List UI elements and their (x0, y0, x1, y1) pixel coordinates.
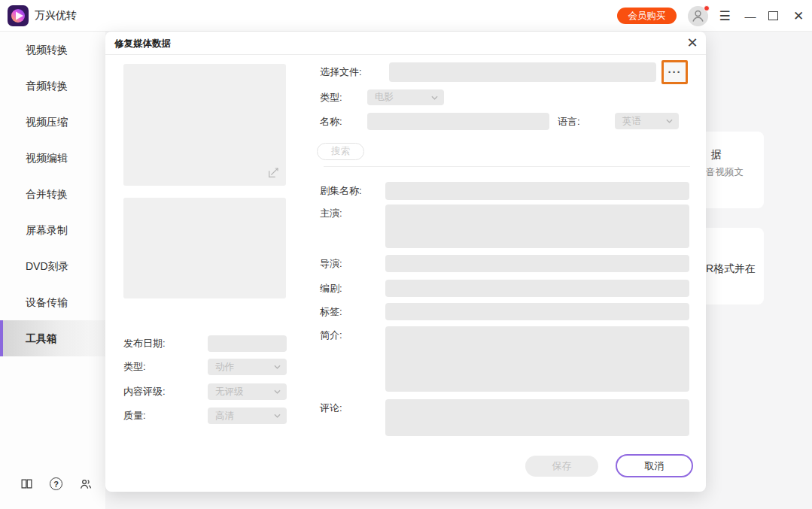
release-date-input[interactable] (208, 335, 287, 352)
media-type-select[interactable]: 电影 (367, 89, 444, 105)
language-select[interactable]: 英语 (615, 113, 679, 129)
hamburger-menu-icon[interactable]: ☰ (715, 0, 734, 32)
dialog-title: 修复媒体数据 (114, 38, 171, 50)
sidebar-item-audio-convert[interactable]: 音频转换 (0, 68, 105, 104)
episode-name-label: 剧集名称: (320, 182, 362, 200)
content-rating-select[interactable]: 无评级 (208, 383, 287, 400)
divider (324, 166, 690, 167)
writer-input[interactable] (385, 280, 689, 297)
starring-label: 主演: (320, 205, 342, 223)
save-button[interactable]: 保存 (525, 456, 598, 477)
genre-select-value: 动作 (215, 361, 234, 374)
card-desc-fragment: 音视频文 (706, 166, 744, 179)
membership-purchase-button[interactable]: 会员购买 (617, 8, 677, 24)
cancel-button[interactable]: 取消 (616, 454, 693, 477)
poster-placeholder[interactable] (123, 64, 286, 186)
comments-textarea[interactable] (385, 399, 689, 436)
name-label: 名称: (320, 113, 342, 130)
tags-label: 标签: (320, 303, 342, 320)
content-rating-select-value: 无评级 (215, 386, 244, 398)
quality-select[interactable]: 高清 (208, 408, 287, 424)
backdrop-placeholder[interactable] (123, 198, 286, 298)
sidebar-item-video-convert[interactable]: 视频转换 (0, 32, 105, 68)
divider (105, 54, 706, 55)
book-icon[interactable] (20, 477, 35, 492)
chevron-down-icon (666, 119, 673, 123)
sidebar-item-device-transfer[interactable]: 设备传输 (0, 284, 105, 320)
director-label: 导演: (320, 255, 342, 272)
language-label: 语言: (558, 113, 580, 130)
sidebar-item-screen-record[interactable]: 屏幕录制 (0, 212, 105, 248)
edit-icon[interactable] (267, 167, 279, 179)
sidebar-item-video-compress[interactable]: 视频压缩 (0, 104, 105, 140)
writer-label: 编剧: (320, 280, 342, 297)
chevron-down-icon (274, 365, 281, 369)
users-icon[interactable] (79, 477, 94, 492)
sidebar-footer: ? (0, 477, 105, 492)
chevron-down-icon (431, 95, 438, 100)
synopsis-textarea[interactable] (385, 326, 689, 392)
chevron-down-icon (274, 414, 281, 418)
sidebar-item-toolbox[interactable]: 工具箱 (0, 320, 105, 356)
search-button[interactable]: 搜索 (317, 143, 364, 160)
help-icon[interactable]: ? (50, 477, 65, 492)
content-rating-label: 内容评级: (123, 383, 166, 400)
card-text-fragment: R格式并在 (706, 262, 756, 276)
minimize-icon[interactable]: — (741, 0, 760, 32)
window-close-icon[interactable]: ✕ (789, 0, 808, 32)
language-select-value: 英语 (622, 115, 641, 128)
media-type-label: 类型: (320, 89, 342, 105)
maximize-icon[interactable] (768, 11, 778, 20)
title-bar: 万兴优转 会员购买 ☰ — ✕ (0, 0, 812, 32)
notification-dot (704, 5, 710, 11)
fix-media-data-dialog: 修复媒体数据 ✕ 发布日期: 类型: 动作 内容评级: 无评级 质量: 高清 选… (105, 32, 706, 492)
genre-select[interactable]: 动作 (208, 359, 287, 375)
app-title: 万兴优转 (35, 9, 77, 23)
name-input[interactable] (367, 113, 549, 130)
select-file-input[interactable] (389, 62, 656, 82)
starring-textarea[interactable] (385, 205, 689, 248)
app-logo-icon (8, 5, 29, 26)
card-title-fragment: 据 (711, 148, 722, 162)
chevron-down-icon (274, 389, 281, 394)
genre-label: 类型: (123, 359, 146, 375)
dialog-close-icon[interactable]: ✕ (683, 34, 701, 52)
quality-label: 质量: (123, 408, 146, 424)
sidebar-item-dvd-burn[interactable]: DVD刻录 (0, 248, 105, 284)
select-file-label: 选择文件: (320, 62, 362, 82)
quality-select-value: 高清 (215, 410, 234, 423)
sidebar-item-video-edit[interactable]: 视频编辑 (0, 140, 105, 176)
sidebar-item-merge-convert[interactable]: 合并转换 (0, 176, 105, 212)
director-input[interactable] (385, 255, 689, 272)
sidebar: 视频转换 音频转换 视频压缩 视频编辑 合并转换 屏幕录制 DVD刻录 设备传输… (0, 32, 105, 509)
tags-input[interactable] (385, 303, 689, 320)
episode-name-input[interactable] (385, 182, 689, 200)
synopsis-label: 简介: (320, 326, 342, 344)
release-date-label: 发布日期: (123, 335, 166, 352)
media-type-select-value: 电影 (375, 91, 394, 104)
browse-file-button[interactable]: ··· (661, 60, 688, 84)
comments-label: 评论: (320, 399, 342, 417)
